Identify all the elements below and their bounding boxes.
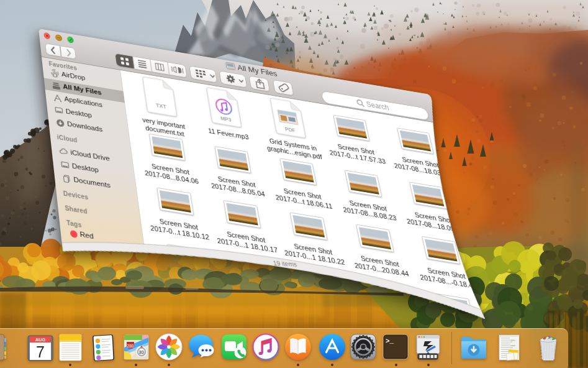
svg-text:>_: >_: [386, 338, 394, 345]
svg-text:7: 7: [36, 343, 45, 361]
svg-text:280: 280: [127, 344, 134, 348]
svg-text:AUG: AUG: [35, 337, 46, 343]
svg-text:Search: Search: [366, 101, 390, 112]
svg-text:3D: 3D: [139, 350, 145, 354]
